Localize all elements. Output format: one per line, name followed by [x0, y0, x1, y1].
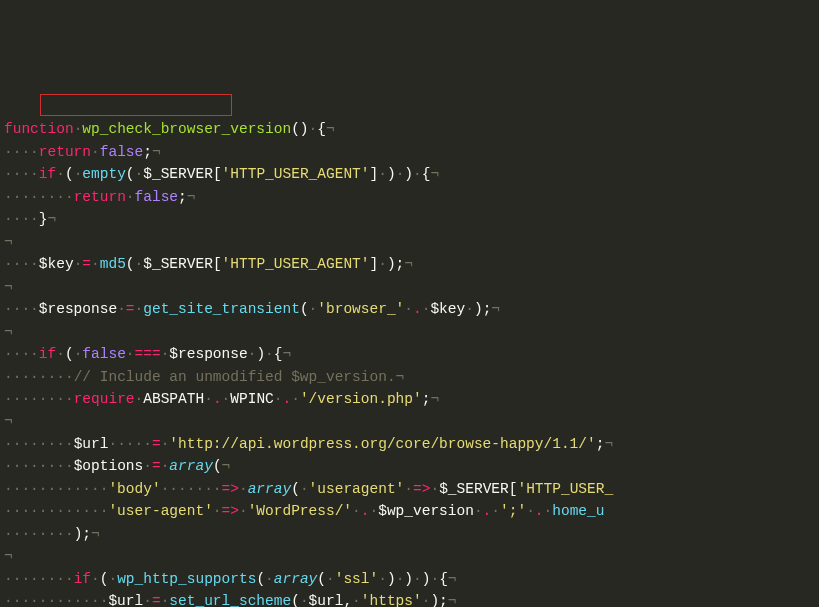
code-line: ········// Include an unmodified $wp_ver… — [4, 369, 404, 385]
code-editor[interactable]: function·wp_check_browser_version()·{¬ ·… — [4, 73, 819, 607]
code-line: ····if·(·empty(·$_SERVER['HTTP_USER_AGEN… — [4, 166, 439, 182]
code-line: ············'user-agent'·=>·'WordPress/'… — [4, 503, 604, 519]
code-line: function·wp_check_browser_version()·{¬ — [4, 121, 335, 137]
code-line: ¬ — [4, 279, 13, 295]
code-line: ¬ — [4, 413, 13, 429]
code-line: ········$url·····=·'http://api.wordpress… — [4, 436, 613, 452]
code-line: ····}¬ — [4, 211, 56, 227]
code-line: ········$options·=·array(¬ — [4, 458, 230, 474]
code-line: ········require·ABSPATH·.·WPINC·.·'/vers… — [4, 391, 439, 407]
code-line: ¬ — [4, 548, 13, 564]
code-line: ············'body'·······=>·array(·'user… — [4, 481, 613, 497]
code-line: ············$url·=·set_url_scheme(·$url,… — [4, 593, 457, 607]
code-line: ¬ — [4, 234, 13, 250]
code-line: ····return·false;¬ — [4, 144, 161, 160]
code-line: ········);¬ — [4, 526, 100, 542]
code-line: ¬ — [4, 324, 13, 340]
highlight-rectangle — [40, 94, 232, 116]
code-line: ····$response·=·get_site_transient(·'bro… — [4, 301, 500, 317]
code-line: ····if·(·false·===·$response·)·{¬ — [4, 346, 291, 362]
code-line: ········if·(·wp_http_supports(·array(·'s… — [4, 571, 457, 587]
code-line: ········return·false;¬ — [4, 189, 195, 205]
code-line: ····$key·=·md5(·$_SERVER['HTTP_USER_AGEN… — [4, 256, 413, 272]
